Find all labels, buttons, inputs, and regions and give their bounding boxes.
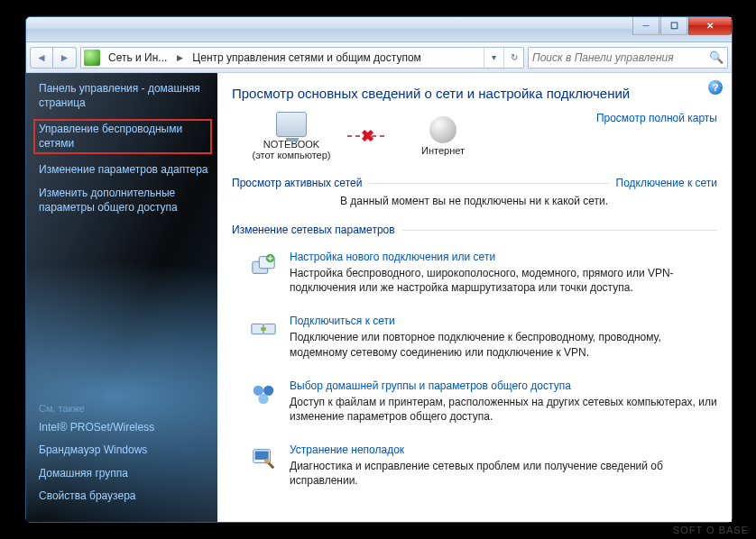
homegroup-icon xyxy=(248,379,279,408)
troubleshoot-icon xyxy=(248,443,279,472)
svg-point-6 xyxy=(254,385,263,395)
svg-rect-10 xyxy=(255,452,269,460)
sidebar: Панель управления - домашняя страница Уп… xyxy=(26,73,217,522)
task-desc: Доступ к файлам и принтерам, расположенн… xyxy=(290,395,717,424)
see-also-link[interactable]: Домашняя группа xyxy=(39,467,210,481)
svg-rect-5 xyxy=(261,328,266,332)
window-buttons: ─ ☐ ✕ xyxy=(632,17,732,35)
minimize-button[interactable]: ─ xyxy=(632,17,659,35)
breadcrumb-item[interactable]: Сеть и Ин... xyxy=(103,48,173,68)
task-new-connection: Настройка нового подключения или сети На… xyxy=(232,242,717,306)
node-label: Интернет xyxy=(421,145,465,156)
task-desc: Подключение или повторное подключение к … xyxy=(290,330,717,359)
task-link[interactable]: Подключиться к сети xyxy=(290,315,717,327)
network-map: NOTEBOOK (этот компьютер) ✖ Интернет Про… xyxy=(248,112,717,160)
see-also-section: См. также Intel® PROSet/Wireless Брандма… xyxy=(39,403,210,513)
network-category-icon xyxy=(84,50,100,66)
task-link[interactable]: Устранение неполадок xyxy=(290,443,717,456)
see-also-title: См. также xyxy=(39,403,210,414)
connect-icon xyxy=(248,315,279,343)
sidebar-item-adapter[interactable]: Изменение параметров адаптера xyxy=(39,163,210,178)
main-content: ? Просмотр основных сведений о сети и на… xyxy=(217,73,732,522)
breadcrumb[interactable]: Сеть и Ин... ▶ Центр управления сетями и… xyxy=(80,47,524,69)
refresh-button[interactable]: ↻ xyxy=(503,48,523,68)
task-connect: Подключиться к сети Подключение или повт… xyxy=(232,306,717,370)
task-desc: Настройка беспроводного, широкополосного… xyxy=(290,266,717,295)
svg-point-7 xyxy=(263,385,273,395)
connect-network-link[interactable]: Подключение к сети xyxy=(616,177,717,189)
nav-forward-button[interactable]: ► xyxy=(53,47,77,69)
help-icon[interactable]: ? xyxy=(708,80,723,95)
see-also-link[interactable]: Intel® PROSet/Wireless xyxy=(39,421,210,435)
page-title: Просмотр основных сведений о сети и наст… xyxy=(232,86,717,101)
titlebar[interactable]: ─ ☐ ✕ xyxy=(26,17,732,42)
search-box[interactable]: 🔍 xyxy=(528,47,728,69)
breadcrumb-dropdown[interactable]: ▾ xyxy=(484,48,503,68)
section-label: Просмотр активных сетей xyxy=(232,177,362,189)
full-map-link[interactable]: Просмотр полной карты xyxy=(596,112,717,124)
watermark: SOFT O BASE xyxy=(673,525,749,535)
task-link[interactable]: Выбор домашней группы и параметров общег… xyxy=(290,379,717,392)
svg-point-8 xyxy=(258,394,268,404)
section-active-networks: Просмотр активных сетей Подключение к се… xyxy=(232,177,717,189)
see-also-link[interactable]: Брандмауэр Windows xyxy=(39,443,210,458)
no-networks-text: В данный момент вы не подключены ни к ка… xyxy=(340,195,717,207)
maximize-button[interactable]: ☐ xyxy=(660,17,687,35)
address-bar: ◄ ► Сеть и Ин... ▶ Центр управления сетя… xyxy=(26,42,732,73)
new-connection-icon xyxy=(248,251,279,279)
sidebar-home-link[interactable]: Панель управления - домашняя страница xyxy=(39,82,210,110)
section-change-settings: Изменение сетевых параметров xyxy=(232,224,717,236)
svg-point-11 xyxy=(264,459,270,464)
task-troubleshoot: Устранение неполадок Диагностика и испра… xyxy=(232,434,717,498)
connection-broken: ✖ xyxy=(347,135,387,137)
search-icon: 🔍 xyxy=(709,50,724,64)
see-also-link[interactable]: Свойства браузера xyxy=(39,489,210,504)
close-button[interactable]: ✕ xyxy=(688,17,732,35)
globe-icon xyxy=(429,116,456,143)
task-homegroup: Выбор домашней группы и параметров общег… xyxy=(232,370,717,434)
network-node-internet[interactable]: Интернет xyxy=(400,116,486,156)
chevron-right-icon: ▶ xyxy=(173,53,187,62)
sidebar-item-wireless[interactable]: Управление беспроводными сетями xyxy=(33,119,212,154)
task-link[interactable]: Настройка нового подключения или сети xyxy=(290,251,717,263)
control-panel-window: ─ ☐ ✕ ◄ ► Сеть и Ин... ▶ Центр управлени… xyxy=(25,16,733,523)
nav-back-button[interactable]: ◄ xyxy=(30,47,53,69)
sidebar-item-sharing[interactable]: Изменить дополнительные параметры общего… xyxy=(39,187,210,215)
disconnect-icon: ✖ xyxy=(361,126,374,146)
section-label: Изменение сетевых параметров xyxy=(232,224,395,236)
network-node-computer[interactable]: NOTEBOOK (этот компьютер) xyxy=(248,112,335,160)
node-sublabel: (этот компьютер) xyxy=(252,150,330,160)
computer-icon xyxy=(276,112,307,137)
breadcrumb-item[interactable]: Центр управления сетями и общим доступом xyxy=(187,48,428,68)
search-input[interactable] xyxy=(532,51,707,64)
task-desc: Диагностика и исправление сетевых пробле… xyxy=(290,459,717,488)
